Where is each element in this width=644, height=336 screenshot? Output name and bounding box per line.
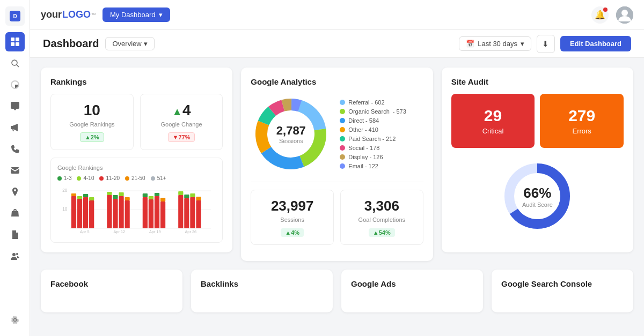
sidebar-item-search[interactable] (5, 54, 25, 73)
notification-button[interactable]: 🔔 (591, 6, 609, 24)
dashboard-dropdown[interactable]: My Dashboard ▾ (103, 8, 170, 22)
goals-stat: 3,306 Goal Completions ▲54% (340, 190, 423, 245)
backlinks-title: Backlinks (201, 279, 323, 288)
legend-other: Other - 410 (340, 126, 423, 133)
date-range-label: Last 30 days (478, 40, 517, 48)
legend-dot (125, 176, 129, 181)
download-icon: ⬇ (542, 39, 549, 49)
user-avatar[interactable] (616, 6, 633, 24)
svg-rect-27 (107, 192, 112, 195)
sidebar-item-chart[interactable] (5, 75, 25, 94)
audit-score-section: 66% Audit Score (451, 153, 624, 239)
errors-value: 279 (546, 107, 617, 125)
sidebar-item-grid[interactable] (5, 32, 25, 51)
bar-chart-svg: 20 10 (57, 185, 216, 234)
rankings-metrics: 10 Google Rankings ▲2% ▲4 Google Change … (50, 94, 223, 150)
sidebar-item-mail[interactable] (5, 161, 25, 180)
svg-rect-2 (11, 38, 14, 41)
legend-paid: Paid Search - 212 (340, 136, 423, 142)
bottom-cards: Facebook Backlinks Google Ads Google Sea… (41, 270, 633, 312)
legend-4-10: 4-10 (77, 175, 94, 181)
donut-section: 2,787 Sessions Referral - 602 Organic Se… (251, 94, 423, 182)
legend-dot (340, 109, 345, 114)
svg-rect-39 (155, 193, 159, 196)
notification-badge (603, 8, 608, 12)
svg-rect-18 (71, 196, 76, 228)
svg-rect-29 (113, 195, 118, 199)
analytics-title: Google Analytics (251, 77, 423, 86)
sessions-badge: ▲4% (281, 228, 304, 237)
dashboard-grid: Rankings 10 Google Rankings ▲2% ▲4 Googl… (41, 68, 633, 261)
dashboard-content: Rankings 10 Google Rankings ▲2% ▲4 Googl… (30, 58, 644, 336)
sidebar-item-megaphone[interactable] (5, 118, 25, 137)
svg-rect-26 (107, 195, 112, 228)
chart-legend: 1-3 4-10 11-20 21-50 (57, 175, 216, 181)
donut-label: Sessions (276, 138, 306, 144)
date-range-button[interactable]: 📅 Last 30 days ▾ (459, 36, 531, 51)
svg-rect-37 (149, 196, 153, 199)
svg-rect-46 (190, 197, 195, 228)
change-arrow: ▲ (172, 106, 182, 117)
google-rankings-badge: ▲2% (80, 132, 104, 142)
svg-point-9 (12, 253, 16, 256)
rankings-chart: Google Rankings 1-3 4-10 11-20 (50, 158, 223, 243)
svg-point-6 (12, 60, 17, 65)
legend-21-50: 21-50 (125, 175, 145, 181)
legend-dot (340, 163, 345, 169)
goals-badge: ▲54% (369, 228, 395, 237)
svg-rect-19 (71, 193, 76, 196)
audit-score-center: 66% Audit Score (522, 185, 553, 208)
svg-text:20: 20 (62, 188, 67, 193)
legend-51plus: 51+ (151, 175, 166, 181)
logo: yourLOGO™ (41, 9, 96, 20)
sidebar-item-team[interactable] (5, 247, 25, 266)
rankings-title: Rankings (50, 77, 223, 86)
overview-dropdown[interactable]: Overview ▾ (105, 37, 154, 50)
svg-rect-44 (184, 198, 189, 228)
facebook-title: Facebook (50, 279, 173, 288)
edit-dashboard-button[interactable]: Edit Dashboard (560, 36, 631, 51)
audit-donut: 66% Audit Score (500, 159, 575, 234)
analytics-card: Google Analytics (241, 68, 433, 261)
top-nav-right: 🔔 (591, 6, 633, 24)
svg-text:Apr 26: Apr 26 (185, 229, 196, 234)
svg-rect-32 (125, 200, 130, 228)
google-change-label: Google Change (148, 121, 215, 128)
svg-rect-28 (113, 199, 118, 228)
sidebar-item-chat[interactable] (5, 96, 25, 116)
sidebar-item-phone[interactable] (5, 139, 25, 159)
google-rankings-label: Google Rankings (58, 121, 126, 128)
legend-11-20: 11-20 (99, 175, 120, 181)
chevron-down-icon: ▾ (144, 40, 148, 48)
google-change-badge: ▼77% (168, 132, 195, 142)
errors-box: 279 Errors (540, 94, 624, 148)
page-title: Dashboard (43, 38, 99, 50)
rankings-card: Rankings 10 Google Rankings ▲2% ▲4 Googl… (41, 68, 232, 252)
facebook-card: Facebook (41, 270, 182, 312)
svg-rect-5 (16, 42, 19, 46)
site-audit-title: Site Audit (451, 77, 624, 86)
svg-point-10 (16, 253, 18, 255)
analytics-bottom-stats: 23,997 Sessions ▲4% 3,306 Goal Completio… (251, 190, 423, 245)
chevron-down-icon: ▾ (159, 11, 163, 19)
svg-rect-30 (119, 196, 123, 228)
main-area: yourLOGO™ My Dashboard ▾ 🔔 Dashboard Ove… (30, 0, 644, 336)
logo-logo: LOGO (62, 9, 91, 20)
critical-label: Critical (458, 127, 529, 135)
sidebar-item-settings[interactable] (5, 310, 25, 330)
legend-dot (99, 176, 104, 181)
google-ads-card: Google Ads (341, 270, 483, 312)
legend-email: Email - 122 (340, 163, 423, 169)
audit-metrics: 29 Critical 279 Errors (451, 94, 624, 148)
page-header: Dashboard Overview ▾ 📅 Last 30 days ▾ ⬇ … (30, 30, 644, 58)
legend-dot (340, 100, 345, 105)
sidebar-item-location[interactable] (5, 182, 25, 201)
legend-dot (57, 176, 62, 181)
errors-label: Errors (546, 127, 617, 135)
download-button[interactable]: ⬇ (537, 35, 555, 53)
svg-text:Apr 19: Apr 19 (149, 229, 161, 234)
sidebar-item-bag[interactable] (5, 204, 25, 223)
sidebar-item-document[interactable] (5, 225, 25, 244)
chart-label: Google Rankings (57, 165, 216, 171)
svg-rect-22 (83, 197, 88, 228)
